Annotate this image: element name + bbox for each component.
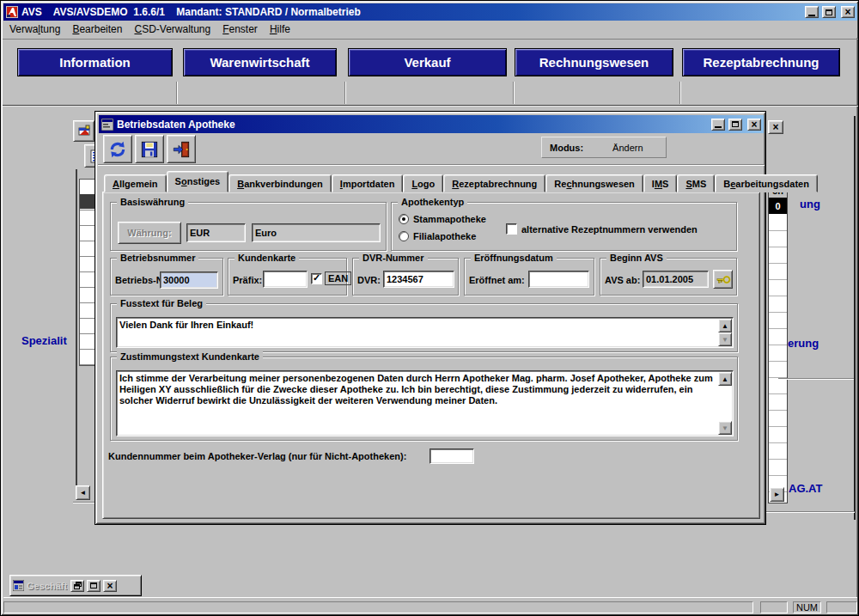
minimize-button[interactable] xyxy=(805,6,819,18)
dialog-tabs: Allgemein Sonstiges Bankverbindungen Imp… xyxy=(104,171,818,192)
background-grid-selected-cell[interactable]: 0 xyxy=(769,198,787,214)
minimized-close-button[interactable]: × xyxy=(103,580,117,592)
tab-bearbeitungsdaten[interactable]: Bearbeitungsdaten xyxy=(715,174,818,192)
dialog-close-button[interactable]: × xyxy=(747,119,761,131)
praefix-field[interactable] xyxy=(263,271,308,288)
dialog-title: Betriebsdaten Apotheke xyxy=(117,119,235,131)
group-betriebsnummer: Betriebsnummer Betriebs-Nr.: xyxy=(110,258,223,296)
eroeffnet-am-field[interactable] xyxy=(528,271,589,288)
background-toolbar-icon[interactable] xyxy=(73,120,94,142)
tab-sms[interactable]: SMS xyxy=(677,174,715,192)
toolbar-divider xyxy=(176,82,178,104)
toolbar-divider xyxy=(679,82,681,104)
main-title-bar[interactable]: AVS AVS/AVSDEMO 1.6.6/1 Mandant: STANDAR… xyxy=(3,3,857,21)
status-panel-num: NUM xyxy=(793,601,821,613)
tab-content-panel: Basiswährung Währung: Apothekentyp Stamm… xyxy=(102,192,760,519)
fusstext-textarea[interactable]: Vielen Dank für Ihren Einkauf! ▲ ▼ xyxy=(116,317,734,348)
menu-fenster[interactable]: Fenster xyxy=(216,21,264,38)
dialog-maximize-button[interactable] xyxy=(728,119,742,131)
group-title: Apothekentyp xyxy=(398,197,467,208)
nav-button-warenwirtschaft[interactable]: Warenwirtschaft xyxy=(183,48,337,76)
scroll-left-button[interactable]: ◄ xyxy=(76,485,90,500)
radio-filialapotheke[interactable] xyxy=(399,231,409,241)
background-grid-column[interactable]: ch 0 xyxy=(768,182,788,503)
tab-allgemein[interactable]: Allgemein xyxy=(104,174,167,192)
nav-button-verkauf[interactable]: Verkauf xyxy=(348,48,507,76)
waehrung-button[interactable]: Währung: xyxy=(118,222,181,244)
tab-importdaten[interactable]: Importdaten xyxy=(332,174,404,192)
maximize-button[interactable] xyxy=(822,6,836,18)
modus-panel: Modus: Ändern xyxy=(541,137,667,158)
tab-sonstiges[interactable]: Sonstiges xyxy=(167,171,229,192)
num-lock-indicator: NUM xyxy=(796,602,818,613)
status-panel-scroll xyxy=(826,601,857,613)
nav-button-rechnungswesen[interactable]: Rechnungswesen xyxy=(515,48,673,76)
scroll-up-button[interactable]: ▲ xyxy=(718,319,732,332)
menu-bearbeiten[interactable]: Bearbeiten xyxy=(66,21,128,38)
menu-csd-verwaltung[interactable]: CSD-Verwaltung xyxy=(128,21,216,38)
background-window-bottom-right xyxy=(764,511,855,513)
avs-ab-label: AVS ab: xyxy=(605,275,640,285)
scroll-up-button[interactable]: ▲ xyxy=(718,372,732,386)
menu-hilfe[interactable]: Hilfe xyxy=(264,21,296,38)
kundennummer-field[interactable] xyxy=(430,448,474,464)
key-icon xyxy=(716,275,731,284)
background-label-ung: ung xyxy=(800,198,820,210)
group-title: Fusstext für Beleg xyxy=(117,298,206,309)
checkbox-alternative-rezeptnummern-label: alternative Rezeptnummern verwenden xyxy=(521,224,698,235)
tab-bankverbindungen[interactable]: Bankverbindungen xyxy=(228,174,332,192)
checkbox-ean[interactable] xyxy=(311,273,322,284)
menu-verwaltung[interactable]: Verwaltung xyxy=(3,21,66,38)
toolbar-separator xyxy=(98,164,765,166)
radio-stammapotheke[interactable] xyxy=(399,214,409,224)
save-button[interactable] xyxy=(135,135,164,163)
scroll-right-button[interactable]: ► xyxy=(770,487,784,502)
background-grid-selected-row[interactable] xyxy=(80,194,94,209)
exit-door-icon xyxy=(173,141,190,158)
nav-button-information[interactable]: Information xyxy=(17,48,173,76)
avs-ab-field[interactable] xyxy=(643,271,709,288)
minimized-maximize-button[interactable] xyxy=(87,580,101,592)
nav-button-rezeptabrechnung[interactable]: Rezeptabrechnung xyxy=(682,48,840,76)
restore-icon xyxy=(74,582,82,589)
minimized-window-icon xyxy=(13,580,24,591)
group-zustimmungstext: Zustimmungstext Kundenkarte Ich stimme d… xyxy=(110,357,738,441)
radio-stammapotheke-label: Stammapotheke xyxy=(413,214,486,224)
group-title: Eröffnungsdatum xyxy=(471,253,557,264)
betriebs-nr-field[interactable] xyxy=(160,271,218,289)
workspace-top-edge xyxy=(3,105,858,107)
checkbox-alternative-rezeptnummern[interactable] xyxy=(506,223,517,235)
tab-ims[interactable]: IMS xyxy=(643,174,678,192)
tab-rezeptabrechnung[interactable]: Rezeptabrechnung xyxy=(443,174,545,192)
background-grid-cells[interactable] xyxy=(769,215,787,503)
avs-key-button[interactable] xyxy=(713,270,733,289)
main-window: AVS AVS/AVSDEMO 1.6.6/1 Mandant: STANDAR… xyxy=(0,0,859,616)
dvr-field[interactable] xyxy=(383,271,454,288)
close-button[interactable]: × xyxy=(841,6,855,18)
background-window-bottom-left xyxy=(73,502,95,503)
form-icon xyxy=(101,119,113,131)
scroll-down-button[interactable]: ▼ xyxy=(718,332,732,346)
currency-name-field[interactable] xyxy=(252,223,381,242)
refresh-button[interactable] xyxy=(103,135,132,163)
group-title: Basiswährung xyxy=(117,197,188,208)
tab-logo[interactable]: Logo xyxy=(403,174,443,192)
background-close-button[interactable]: × xyxy=(768,120,783,134)
eroeffnet-am-label: Eröffnet am: xyxy=(469,275,525,285)
group-eroeffnungsdatum: Eröffnungsdatum Eröffnet am: xyxy=(464,258,594,296)
background-label-ag-at: AG.AT xyxy=(789,482,822,495)
ean-label: EAN xyxy=(325,271,351,285)
restore-button[interactable] xyxy=(70,580,84,592)
dialog-title-bar[interactable]: Betriebsdaten Apotheke × xyxy=(99,115,764,133)
status-message-panel xyxy=(3,601,753,613)
scroll-down-button[interactable]: ▼ xyxy=(718,421,732,435)
minimized-window-geschaeftsfaelle[interactable]: Geschäftsfä. × xyxy=(9,575,142,596)
dialog-minimize-button[interactable] xyxy=(711,119,725,131)
zustimmungstext-text: Ich stimme der Verarbeitung meiner perso… xyxy=(119,373,716,434)
zustimmungstext-textarea[interactable]: Ich stimme der Verarbeitung meiner perso… xyxy=(116,370,734,436)
group-title: Beginn AVS xyxy=(606,253,667,264)
currency-code-field[interactable] xyxy=(186,223,246,242)
tab-rechnungswesen[interactable]: Rechnungswesen xyxy=(545,174,643,192)
exit-button[interactable] xyxy=(167,135,196,163)
group-beginn-avs: Beginn AVS AVS ab: xyxy=(600,258,737,296)
